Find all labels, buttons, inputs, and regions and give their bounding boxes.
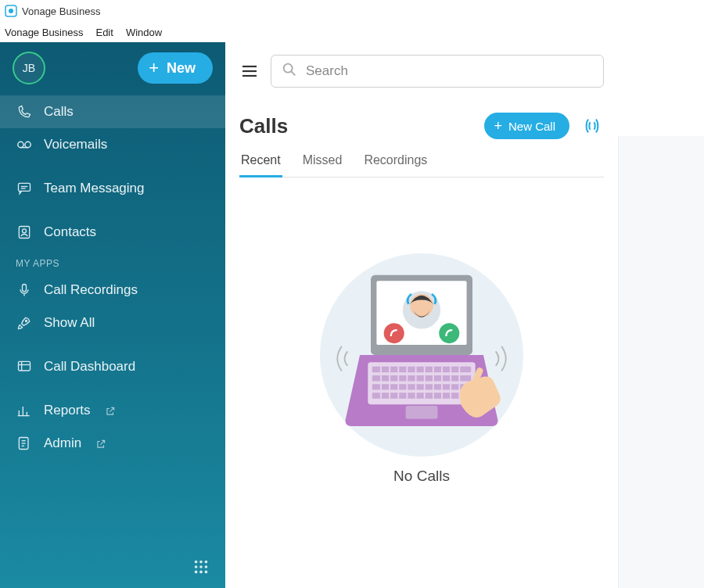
svg-point-32	[205, 571, 208, 574]
empty-state: No Calls	[239, 162, 604, 575]
page-title: Calls	[239, 114, 288, 138]
search-box[interactable]	[271, 55, 604, 88]
chat-icon	[16, 180, 33, 197]
svg-point-30	[195, 571, 198, 574]
sidebar-item-label: Show All	[44, 315, 95, 331]
sidebar-item-call-recordings[interactable]: Call Recordings	[0, 274, 225, 307]
sidebar-item-reports[interactable]: Reports	[0, 394, 225, 427]
sidebar: JB + New Calls Voicemails Team Messag	[0, 42, 225, 588]
menubar: Vonage Business Edit Window	[0, 22, 704, 42]
search-input[interactable]	[306, 63, 594, 79]
phone-icon	[16, 103, 33, 120]
sidebar-item-call-dashboard[interactable]: Call Dashboard	[0, 350, 225, 383]
svg-rect-41	[372, 384, 471, 389]
svg-point-29	[205, 565, 208, 568]
menubar-item-window[interactable]: Window	[126, 27, 162, 38]
sidebar-item-calls[interactable]: Calls	[0, 95, 225, 128]
sidebar-item-label: Call Dashboard	[44, 359, 135, 375]
window-title: Vonage Business	[22, 5, 100, 17]
svg-point-1	[9, 9, 13, 13]
svg-point-36	[284, 64, 293, 73]
window-titlebar: Vonage Business	[0, 0, 704, 22]
svg-point-59	[439, 323, 459, 343]
call-transfer-icon[interactable]	[580, 114, 604, 138]
sidebar-item-contacts[interactable]: Contacts	[0, 216, 225, 249]
external-link-icon	[95, 438, 106, 449]
svg-point-58	[384, 323, 404, 343]
svg-rect-42	[372, 393, 471, 398]
svg-rect-8	[19, 227, 29, 238]
right-panel	[618, 136, 704, 588]
dial-pad-button[interactable]	[189, 555, 213, 579]
svg-point-9	[23, 229, 27, 233]
reports-icon	[16, 402, 33, 419]
sidebar-item-label: Admin	[44, 436, 81, 451]
svg-line-37	[291, 71, 295, 75]
microphone-icon	[16, 281, 33, 299]
empty-state-label: No Calls	[393, 468, 450, 485]
sidebar-item-label: Voicemails	[44, 137, 107, 152]
svg-rect-10	[23, 285, 27, 292]
sidebar-item-voicemails[interactable]: Voicemails	[0, 128, 225, 161]
sidebar-item-admin[interactable]: Admin	[0, 427, 225, 460]
svg-point-3	[25, 142, 31, 147]
sidebar-item-label: Call Recordings	[44, 282, 138, 298]
app-icon	[5, 5, 17, 17]
plus-icon: +	[494, 118, 502, 134]
tab-recent[interactable]: Recent	[239, 149, 282, 177]
menubar-item-edit[interactable]: Edit	[95, 27, 113, 38]
sidebar-item-label: Calls	[44, 104, 74, 120]
section-label-my-apps: MY APPS	[0, 249, 225, 274]
empty-state-illustration	[320, 253, 523, 457]
dashboard-icon	[16, 358, 33, 375]
avatar[interactable]: JB	[13, 52, 45, 84]
svg-point-28	[199, 565, 203, 568]
svg-rect-13	[19, 361, 31, 371]
menubar-item-app[interactable]: Vonage Business	[5, 27, 83, 38]
sidebar-item-show-all[interactable]: Show All	[0, 307, 225, 339]
svg-rect-39	[372, 366, 471, 371]
sidebar-item-label: Contacts	[44, 224, 96, 240]
svg-point-24	[195, 561, 198, 564]
rocket-icon	[16, 314, 33, 332]
svg-rect-53	[406, 406, 438, 419]
sidebar-item-label: Team Messaging	[44, 181, 145, 196]
tab-label: Recent	[241, 153, 281, 167]
svg-point-31	[199, 571, 203, 574]
tab-recordings[interactable]: Recordings	[362, 149, 429, 177]
new-button-label: New	[167, 60, 196, 77]
voicemail-icon	[16, 136, 33, 153]
plus-icon: +	[149, 59, 159, 77]
admin-icon	[16, 435, 33, 452]
avatar-initials: JB	[23, 62, 35, 74]
svg-point-27	[195, 565, 198, 568]
tab-label: Recordings	[364, 153, 427, 167]
hamburger-menu-icon[interactable]	[239, 61, 260, 81]
svg-rect-5	[19, 183, 31, 191]
search-icon	[281, 61, 298, 81]
svg-point-2	[18, 142, 23, 147]
svg-point-26	[205, 561, 208, 564]
sidebar-item-team-messaging[interactable]: Team Messaging	[0, 172, 225, 205]
sidebar-item-label: Reports	[44, 403, 91, 418]
svg-point-12	[26, 321, 27, 322]
contacts-icon	[16, 224, 33, 241]
external-link-icon	[105, 405, 116, 416]
new-call-button[interactable]: + New Call	[484, 113, 569, 139]
new-call-button-label: New Call	[508, 120, 555, 133]
tab-label: Missed	[303, 153, 343, 167]
svg-point-25	[199, 561, 203, 564]
svg-rect-40	[372, 375, 471, 381]
tab-missed[interactable]: Missed	[301, 149, 344, 177]
new-button[interactable]: + New	[138, 52, 213, 84]
